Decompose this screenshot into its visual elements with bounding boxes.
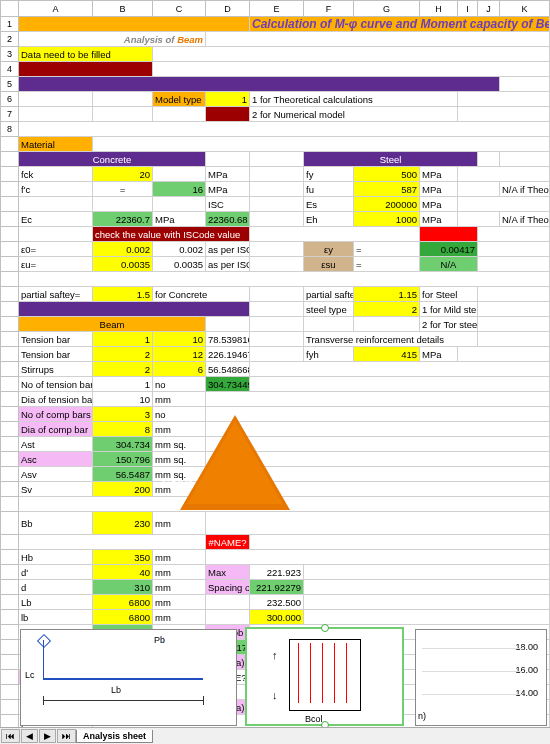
col-C[interactable]: C — [153, 1, 206, 17]
row-1[interactable]: 1 — [1, 17, 19, 32]
beam-diagram[interactable]: Pb ↓ Lc Lb — [20, 629, 237, 726]
col-H[interactable]: H — [420, 1, 458, 17]
col-F[interactable]: F — [304, 1, 354, 17]
sheet-tab[interactable]: Analysis sheet — [76, 730, 153, 743]
col-I[interactable]: I — [458, 1, 478, 17]
tab-prev-button[interactable]: ◀ — [21, 729, 38, 743]
arrow-up-icon: ↑ — [272, 649, 278, 661]
data-need-label: Data need to be filled — [19, 47, 153, 62]
line-chart[interactable]: 18.00 16.00 14.00 n) — [415, 629, 547, 726]
col-K[interactable]: K — [500, 1, 550, 17]
col-B[interactable]: B — [93, 1, 153, 17]
column-headers: A B C D E F G H I J K — [1, 1, 550, 17]
col-J[interactable]: J — [478, 1, 500, 17]
col-G[interactable]: G — [354, 1, 420, 17]
col-A[interactable]: A — [19, 1, 93, 17]
page-title: Calculation of M-φ curve and Moment capa… — [250, 17, 550, 32]
arrow-down-icon: ↓ — [161, 634, 166, 645]
solve-button[interactable]: Solve — [180, 415, 290, 510]
sheet-tab-bar: ⏮ ◀ ▶ ⏭ Analysis sheet — [0, 727, 550, 744]
col-E[interactable]: E — [250, 1, 304, 17]
arrow-down-icon: ↓ — [272, 689, 278, 701]
tab-first-button[interactable]: ⏮ — [1, 729, 20, 743]
col-D[interactable]: D — [206, 1, 250, 17]
section-diagram[interactable]: ↑ ↓ Bcol — [245, 627, 404, 726]
row-3[interactable]: 3 — [1, 47, 19, 62]
hinge-icon — [37, 634, 51, 648]
tab-last-button[interactable]: ⏭ — [57, 729, 76, 743]
tab-next-button[interactable]: ▶ — [39, 729, 56, 743]
row-2[interactable]: 2 — [1, 32, 19, 47]
